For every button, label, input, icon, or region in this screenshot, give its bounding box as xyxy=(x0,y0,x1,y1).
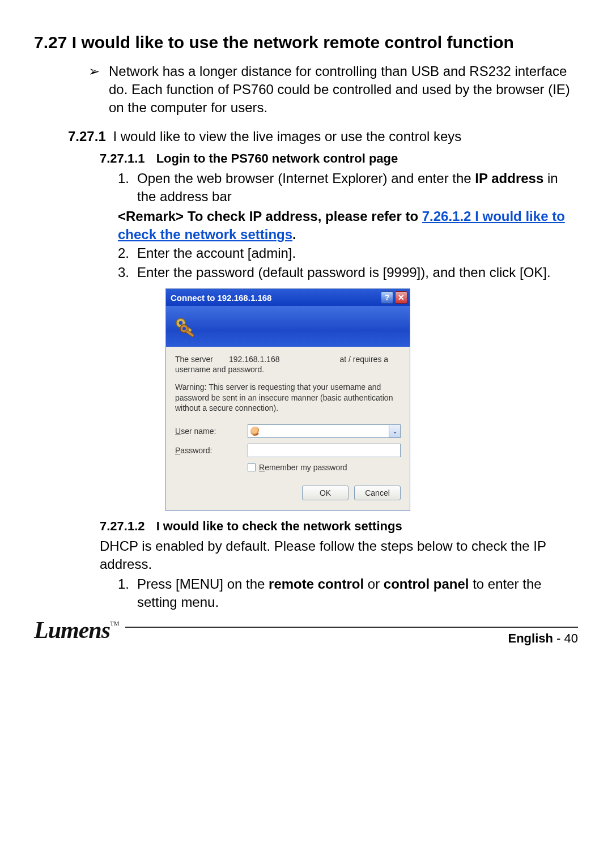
ok-button[interactable]: OK xyxy=(302,486,348,500)
subsubsection-number: 7.27.1.2 xyxy=(100,519,145,533)
username-row: User name: ⌄ xyxy=(175,424,401,438)
step-b1: 1. Press [MENU] on the remote control or… xyxy=(118,575,578,612)
subsubsection-7-27-1-1: 7.27.1.1 Login to the PS760 network cont… xyxy=(100,151,578,166)
step-number: 3. xyxy=(118,263,137,282)
page-number: 40 xyxy=(564,631,578,645)
dialog-titlebar: Connect to 192.168.1.168 ? ✕ xyxy=(166,289,410,306)
language-label: English xyxy=(508,631,553,645)
password-label: Password: xyxy=(175,446,248,455)
dialog-buttons: OK Cancel xyxy=(175,486,401,500)
intro-text: Network has a longer distance for contro… xyxy=(109,62,578,117)
close-button[interactable]: ✕ xyxy=(395,291,407,304)
step-text-bold: IP address xyxy=(475,171,543,186)
section-title: I would like to use the network remote c… xyxy=(72,33,514,52)
step-b1-bold1: remote control xyxy=(269,576,364,592)
svg-point-4 xyxy=(182,327,186,330)
remember-checkbox[interactable] xyxy=(248,463,256,471)
user-avatar-icon xyxy=(250,427,260,436)
password-input[interactable] xyxy=(248,444,401,457)
dhcp-paragraph: DHCP is enabled by default. Please follo… xyxy=(100,537,578,574)
step-text: Enter the account [admin]. xyxy=(137,244,578,262)
server-line-1: The server192.168.1.168at / requires a xyxy=(175,355,401,364)
server-ip: 192.168.1.168 xyxy=(229,355,280,364)
remark-post: . xyxy=(292,227,296,242)
auth-dialog: Connect to 192.168.1.168 ? ✕ The server1… xyxy=(165,288,410,511)
remember-row: Remember my password xyxy=(248,463,401,472)
subsection-title: I would like to view the live images or … xyxy=(113,129,461,144)
subsection-7-27-1: 7.27.1 I would like to view the live ima… xyxy=(68,127,578,146)
subsubsection-title: Login to the PS760 network control page xyxy=(156,151,398,165)
logo-tm: TM xyxy=(110,620,120,627)
step-number: 2. xyxy=(118,244,137,262)
section-heading: 7.27 I would like to use the network rem… xyxy=(34,32,578,53)
step-text: Press [MENU] on the remote control or co… xyxy=(137,575,578,612)
password-label-rest: assword: xyxy=(180,446,212,455)
server-line-2: username and password. xyxy=(175,365,401,374)
step-b1-mid: or xyxy=(364,576,384,592)
step-b1-bold2: control panel xyxy=(384,576,469,592)
dialog-body: The server192.168.1.168at / requires a u… xyxy=(166,347,410,510)
password-row: Password: xyxy=(175,444,401,457)
dialog-title: Connect to 192.168.1.168 xyxy=(171,293,379,303)
username-label: User name: xyxy=(175,427,248,436)
subsubsection-7-27-1-2: 7.27.1.2 I would like to check the netwo… xyxy=(100,519,578,534)
step-number: 1. xyxy=(118,575,137,612)
password-accel: P xyxy=(175,446,180,455)
step-1: 1. Open the web browser (Internet Explor… xyxy=(118,169,578,206)
step-text: Enter the password (default password is … xyxy=(137,263,578,282)
section-number: 7.27 xyxy=(34,33,67,52)
server-right: at / requires a xyxy=(339,355,388,364)
remember-label: Remember my password xyxy=(259,463,347,472)
step-b1-pre: Press [MENU] on the xyxy=(137,576,269,592)
step-number: 1. xyxy=(118,169,137,206)
subsubsection-number: 7.27.1.1 xyxy=(100,151,145,165)
page-footer: LumensTM English - 40 xyxy=(34,627,578,646)
remember-label-rest: emember my password xyxy=(265,463,347,472)
step-3: 3. Enter the password (default password … xyxy=(118,263,578,282)
svg-point-1 xyxy=(179,321,183,325)
username-label-rest: ser name: xyxy=(181,427,216,436)
footer-dash: - xyxy=(553,631,564,645)
cancel-button[interactable]: Cancel xyxy=(354,486,401,500)
keys-icon xyxy=(173,314,198,339)
username-combobox[interactable]: ⌄ xyxy=(248,424,401,438)
intro-bullet: ➢ Network has a longer distance for cont… xyxy=(88,62,578,117)
lumens-logo: LumensTM xyxy=(34,616,125,646)
dropdown-button[interactable]: ⌄ xyxy=(389,425,400,437)
remember-accel: R xyxy=(259,463,265,472)
step-text-pre: Open the web browser (Internet Explorer)… xyxy=(137,171,475,186)
username-accel: U xyxy=(175,427,181,436)
dialog-iconbar xyxy=(166,306,410,347)
document-page: 7.27 I would like to use the network rem… xyxy=(0,0,612,659)
subsubsection-title: I would like to check the network settin… xyxy=(156,519,402,533)
step-2: 2. Enter the account [admin]. xyxy=(118,244,578,262)
step-text: Open the web browser (Internet Explorer)… xyxy=(137,169,578,206)
auth-warning: Warning: This server is requesting that … xyxy=(175,382,401,413)
bullet-arrow-icon: ➢ xyxy=(88,62,109,117)
help-button[interactable]: ? xyxy=(381,291,393,304)
server-label: The server xyxy=(175,355,213,364)
remark-block: <Remark> To check IP address, please ref… xyxy=(118,207,578,244)
subsection-number: 7.27.1 xyxy=(68,129,106,144)
logo-text: Lumens xyxy=(34,617,110,643)
page-number-block: English - 40 xyxy=(508,628,579,646)
remark-pre: <Remark> To check IP address, please ref… xyxy=(118,209,422,224)
